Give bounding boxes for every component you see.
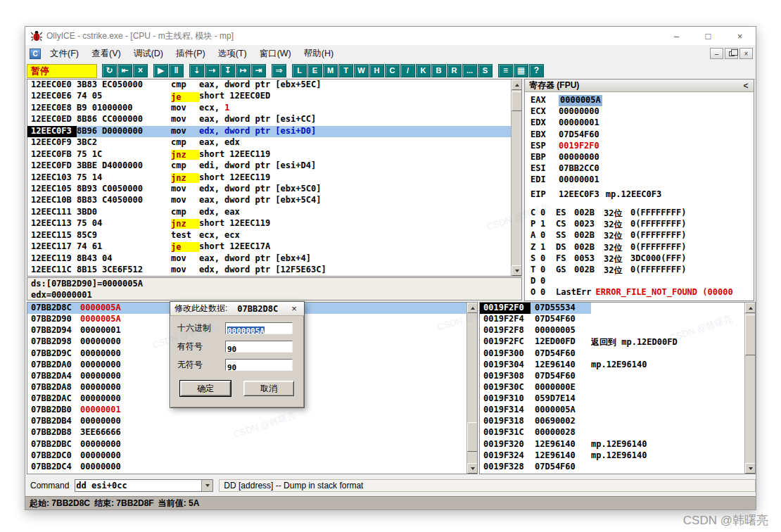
disasm-row[interactable]: 12EEC11375 04jnzshort 12EEC119 bbox=[27, 218, 521, 229]
stack-row[interactable]: 0019F30412E96140mp.12E96140 bbox=[480, 360, 755, 371]
dialog-field-input-2[interactable]: 90 bbox=[225, 359, 293, 371]
threads-button[interactable]: T bbox=[338, 64, 353, 77]
stack-row[interactable]: 0019F32807D54F60 bbox=[480, 462, 755, 473]
disasm-row[interactable]: 12EEC10375 14jnzshort 12EEC119 bbox=[27, 172, 521, 184]
disassembly-pane[interactable]: 12EEC0E03B83 EC050000cmpeax, dword ptr [… bbox=[27, 79, 522, 277]
menu-item-w[interactable]: 窗口(W) bbox=[253, 45, 298, 63]
stack-pane[interactable]: 0019F2F007D555340019F2F407D54F600019F2F8… bbox=[479, 302, 756, 474]
stack-row[interactable]: 0019F2F007D55534 bbox=[480, 303, 755, 314]
breakpoints-button[interactable]: B bbox=[431, 64, 446, 77]
register-row[interactable]: EAX0000005A bbox=[531, 95, 602, 106]
dump-row[interactable]: 07BB2DBC00000000 bbox=[27, 439, 477, 450]
disasm-row[interactable]: 12EEC1058B93 C0050000movedx, dword ptr [… bbox=[27, 184, 521, 195]
flag-row[interactable]: Z1DS002B32位0(FFFFFFFF) bbox=[531, 242, 733, 253]
run-trace-button[interactable]: ... bbox=[462, 64, 477, 77]
dialog-title-bar[interactable]: 修改此处数据: 07BB2D8C × bbox=[170, 302, 304, 316]
scroll-down-icon[interactable] bbox=[512, 265, 522, 276]
disasm-row[interactable]: 12EEC0FB75 1Cjnzshort 12EEC119 bbox=[27, 149, 521, 160]
register-row[interactable]: EBX07D54F60 bbox=[531, 129, 602, 141]
disasm-row[interactable]: 12EEC10B8B83 C4050000moveax, dword ptr [… bbox=[27, 195, 521, 206]
flag-row[interactable]: O0LastErrERROR_FILE_NOT_FOUND (00000 bbox=[531, 287, 733, 298]
menu-item-t[interactable]: 选项(T) bbox=[212, 45, 253, 63]
minimize-icon[interactable]: – bbox=[661, 27, 692, 45]
disasm-row[interactable]: 12EEC1198B43 04moveax, dword ptr [ebx+4] bbox=[27, 253, 521, 265]
disasm-row[interactable]: 12EEC11C8B15 3CE6F512movedx, dword ptr [… bbox=[27, 265, 521, 276]
disasm-row[interactable]: 12EEC0E8B9 01000000movecx, 1 bbox=[27, 103, 521, 114]
menu-item-h[interactable]: 帮助(H) bbox=[298, 45, 340, 63]
disasm-row[interactable]: 12EEC0F38B96 D0000000movedx, dword ptr [… bbox=[27, 126, 521, 137]
disasm-row[interactable]: 12EEC0ED8B86 CC000000moveax, dword ptr [… bbox=[27, 114, 521, 125]
call-stack-button[interactable]: K bbox=[416, 64, 431, 77]
mdi-minimize-icon[interactable]: – bbox=[710, 48, 723, 59]
dump-row[interactable]: 07BB2DB400000000 bbox=[27, 416, 477, 427]
flag-row[interactable]: S0FS005332位3DC000(FFF) bbox=[531, 253, 733, 265]
flag-row[interactable]: T0GS002B32位0(FFFFFFFF) bbox=[531, 265, 733, 276]
appearance-button[interactable]: ▦ bbox=[514, 64, 528, 77]
registers-pane[interactable]: 寄存器 (FPU) < EAX0000005AECX00000000EDX000… bbox=[524, 79, 754, 301]
disasm-row[interactable]: 12EEC0E03B83 EC050000cmpeax, dword ptr [… bbox=[27, 80, 521, 91]
close-icon[interactable]: × bbox=[724, 27, 756, 45]
command-input[interactable] bbox=[76, 481, 201, 490]
stack-row[interactable]: 0019F3140000005A bbox=[480, 405, 755, 416]
stack-row[interactable]: 0019F31800690002 bbox=[480, 416, 755, 427]
stack-row[interactable]: 0019F30007D54F60 bbox=[480, 348, 755, 360]
mdi-restore-icon[interactable] bbox=[725, 48, 738, 59]
scroll-up-icon[interactable] bbox=[512, 80, 522, 90]
register-row[interactable]: ESP0019F2F0 bbox=[531, 141, 602, 152]
windows-button[interactable]: W bbox=[354, 64, 369, 77]
handles-button[interactable]: H bbox=[369, 64, 384, 77]
memory-map-button[interactable]: M bbox=[323, 64, 338, 77]
disasm-row[interactable]: 12EEC0F93BC2cmpeax, edx bbox=[27, 137, 521, 148]
register-row[interactable]: ESI07BB2CC0 bbox=[531, 163, 602, 175]
log-window-button[interactable]: L bbox=[292, 64, 307, 77]
run-button[interactable]: ▶ bbox=[153, 64, 168, 77]
menu-item-p[interactable]: 插件(P) bbox=[170, 45, 212, 63]
cancel-button[interactable]: 取消 bbox=[243, 381, 294, 396]
register-row[interactable]: EDI00000001 bbox=[531, 175, 602, 186]
disasm-row[interactable]: 12EEC11774 61jeshort 12EEC17A bbox=[27, 241, 521, 253]
disasm-row[interactable]: 12EEC0FD3BBE D4000000cmpedi, dword ptr [… bbox=[27, 160, 521, 172]
flag-row[interactable]: P1CS002332位0(FFFFFFFF) bbox=[531, 219, 733, 230]
trace-into-button[interactable]: ↧ bbox=[220, 64, 235, 77]
stack-row[interactable]: 0019F2FC12ED00FD返回到 mp.12ED00FD bbox=[480, 336, 755, 348]
stack-row[interactable]: 0019F2F800000005 bbox=[480, 325, 755, 336]
dump-row[interactable]: 07BB2DB83EE66666 bbox=[27, 427, 477, 438]
debug-options-button[interactable]: ≡ bbox=[498, 64, 513, 77]
dialog-field-input-1[interactable]: 90 bbox=[225, 341, 293, 353]
dump-scrollbar[interactable] bbox=[466, 303, 477, 474]
patches-button[interactable]: / bbox=[400, 64, 415, 77]
menu-item-f[interactable]: 文件(F) bbox=[44, 45, 85, 63]
register-row[interactable]: EDX00000001 bbox=[531, 118, 602, 129]
flag-row[interactable]: C0ES002B32位0(FFFFFFFF) bbox=[531, 208, 733, 219]
command-combobox[interactable] bbox=[75, 479, 213, 492]
scroll-down-icon[interactable] bbox=[745, 463, 756, 474]
collapse-button[interactable]: < bbox=[738, 81, 754, 91]
menu-item-d[interactable]: 调试(D) bbox=[127, 45, 170, 63]
restart-button[interactable]: ↻ bbox=[102, 64, 117, 77]
source-button[interactable]: S bbox=[478, 64, 493, 77]
register-row[interactable]: ECX00000000 bbox=[531, 106, 602, 118]
disasm-row[interactable]: 12EEC1113BD0cmpedx, eax bbox=[27, 207, 521, 218]
scroll-up-icon[interactable] bbox=[467, 303, 478, 313]
stack-row[interactable]: 0019F310059D7E14 bbox=[480, 393, 755, 405]
stack-scrollbar[interactable] bbox=[744, 303, 755, 474]
goto-button[interactable]: ⇒ bbox=[272, 64, 286, 77]
disasm-row[interactable]: 12EEC0E674 05jeshort 12EEC0ED bbox=[27, 91, 521, 102]
stack-row[interactable]: 0019F30807D54F60 bbox=[480, 371, 755, 382]
maximize-icon[interactable]: □ bbox=[692, 27, 724, 45]
dump-row[interactable]: 07BB2DC400000000 bbox=[27, 462, 477, 473]
stack-row[interactable]: 0019F32412E96140mp.12E96140 bbox=[480, 450, 755, 462]
executables-button[interactable]: E bbox=[307, 64, 322, 77]
mdi-close-icon[interactable]: × bbox=[739, 48, 753, 59]
until-return-button[interactable]: ⇥ bbox=[251, 64, 266, 77]
flag-row[interactable]: A0SS002B32位0(FFFFFFFF) bbox=[531, 230, 733, 241]
ok-button[interactable]: 确定 bbox=[180, 381, 231, 396]
scroll-up-icon[interactable] bbox=[745, 303, 756, 313]
register-row[interactable]: EBP00000000 bbox=[531, 152, 602, 163]
stack-row[interactable]: 0019F32012E96140mp.12E96140 bbox=[480, 439, 755, 450]
step-into-button[interactable]: ⇣ bbox=[189, 64, 204, 77]
disassembly-scrollbar[interactable] bbox=[511, 80, 521, 276]
scrollbar-thumb[interactable] bbox=[467, 422, 478, 452]
scrollbar-thumb[interactable] bbox=[512, 91, 522, 111]
cpu-window-button[interactable]: C bbox=[385, 64, 400, 77]
